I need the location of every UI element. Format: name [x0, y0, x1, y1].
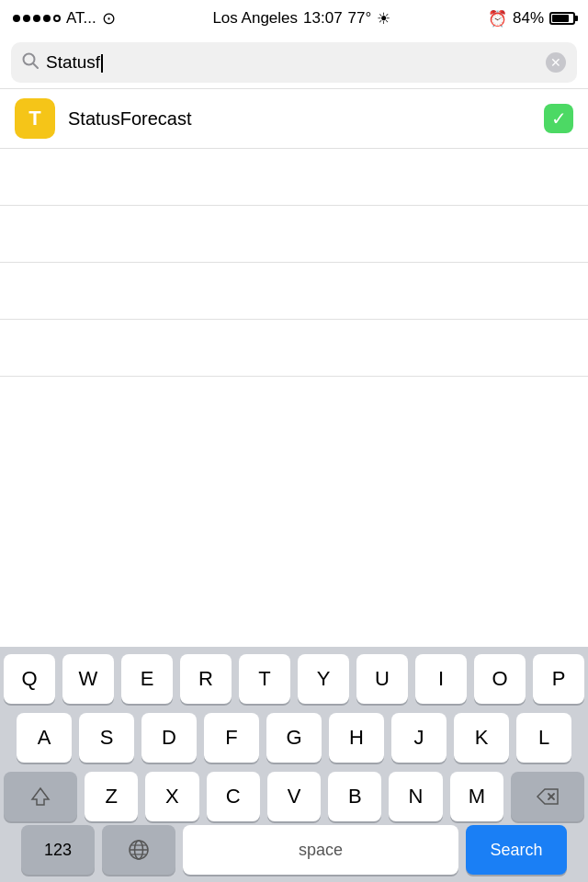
key-b[interactable]: B — [328, 772, 381, 821]
key-z[interactable]: Z — [85, 772, 138, 821]
results-list: T StatusForecast ✓ — [0, 88, 588, 377]
key-t[interactable]: T — [239, 654, 290, 704]
key-p[interactable]: P — [533, 654, 584, 704]
key-s[interactable]: S — [79, 713, 134, 763]
key-a[interactable]: A — [17, 713, 72, 763]
battery-fill — [552, 15, 569, 22]
key-backspace[interactable] — [511, 772, 584, 821]
key-l[interactable]: L — [516, 713, 571, 763]
status-right: ⏰ 84% — [488, 9, 575, 28]
empty-row-4 — [0, 320, 588, 377]
key-n[interactable]: N — [389, 772, 442, 821]
key-j[interactable]: J — [391, 713, 447, 763]
cursor — [101, 54, 103, 73]
status-center: Los Angeles 13:07 77° ☀ — [212, 9, 390, 28]
key-x[interactable]: X — [145, 772, 198, 821]
dot2 — [23, 15, 30, 22]
wifi-icon: ⊙ — [102, 8, 116, 28]
key-r[interactable]: R — [180, 654, 232, 704]
installed-badge[interactable]: ✓ — [544, 104, 573, 133]
empty-row-1 — [0, 149, 588, 206]
key-q[interactable]: Q — [4, 654, 55, 704]
carrier-label: AT... — [66, 9, 96, 28]
battery-percent: 84% — [513, 9, 544, 28]
key-g[interactable]: G — [266, 713, 322, 763]
key-search[interactable]: Search — [466, 825, 567, 875]
dot4 — [43, 15, 51, 22]
keyboard-row-2: A S D F G H J K L — [4, 713, 584, 763]
svg-line-1 — [33, 63, 38, 68]
keyboard-rows: Q W E R T Y U I O P A S D F G H J K L — [0, 647, 588, 825]
status-left: AT... ⊙ — [13, 8, 116, 28]
search-bar[interactable]: Statusf ✕ — [11, 42, 577, 83]
search-icon — [22, 52, 39, 74]
key-e[interactable]: E — [121, 654, 173, 704]
empty-row-2 — [0, 206, 588, 263]
key-k[interactable]: K — [454, 713, 509, 763]
key-v[interactable]: V — [267, 772, 321, 821]
keyboard: Q W E R T Y U I O P A S D F G H J K L — [0, 647, 588, 882]
app-icon-symbol: T — [28, 107, 40, 130]
key-f[interactable]: F — [204, 713, 259, 763]
app-name-label: StatusForecast — [68, 108, 531, 130]
signal-dots — [13, 15, 61, 22]
key-globe[interactable] — [102, 825, 175, 875]
search-clear-button[interactable]: ✕ — [546, 52, 566, 73]
keyboard-bottom-row: 123 space Search — [0, 825, 588, 882]
battery-icon — [549, 12, 575, 25]
key-d[interactable]: D — [141, 713, 197, 763]
key-u[interactable]: U — [356, 654, 408, 704]
temp-label: 77° — [348, 9, 372, 28]
keyboard-row-1: Q W E R T Y U I O P — [4, 654, 584, 704]
key-y[interactable]: Y — [298, 654, 349, 704]
dot1 — [13, 15, 20, 22]
dot3 — [33, 15, 40, 22]
keyboard-row-3: Z X C V B N M — [4, 772, 584, 821]
svg-marker-2 — [32, 788, 49, 805]
app-icon-statusforecast: T — [15, 98, 55, 139]
key-c[interactable]: C — [207, 772, 260, 821]
key-h[interactable]: H — [329, 713, 384, 763]
key-o[interactable]: O — [474, 654, 526, 704]
key-w[interactable]: W — [62, 654, 114, 704]
key-shift[interactable] — [4, 772, 77, 821]
search-input[interactable]: Statusf — [46, 52, 538, 73]
search-value: Statusf — [46, 52, 100, 72]
key-m[interactable]: M — [450, 772, 503, 821]
alarm-icon: ⏰ — [488, 9, 507, 28]
key-123[interactable]: 123 — [21, 825, 95, 875]
key-i[interactable]: I — [415, 654, 467, 704]
key-space[interactable]: space — [183, 825, 458, 875]
location-label: Los Angeles — [212, 9, 298, 28]
dot5 — [53, 15, 61, 22]
time-label: 13:07 — [303, 9, 343, 28]
empty-row-3 — [0, 263, 588, 320]
sun-icon: ☀ — [377, 9, 390, 28]
result-item-statusforecast[interactable]: T StatusForecast ✓ — [0, 89, 588, 149]
status-bar: AT... ⊙ Los Angeles 13:07 77° ☀ ⏰ 84% — [0, 0, 588, 37]
